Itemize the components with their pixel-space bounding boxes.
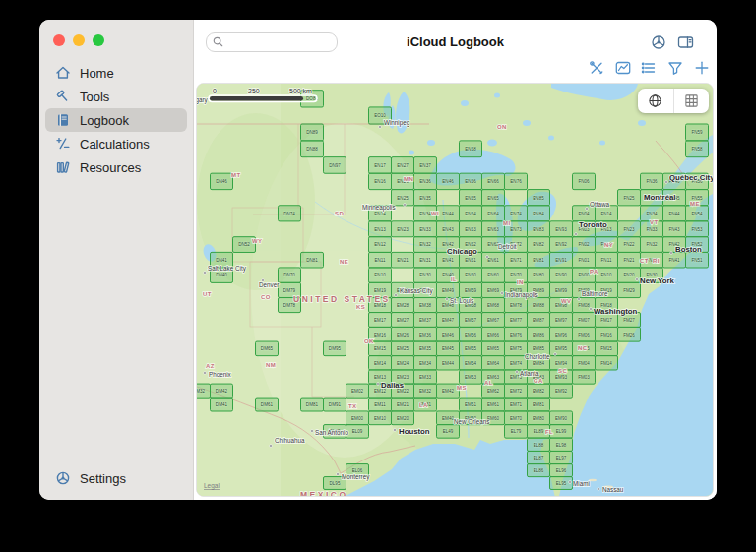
grid-square[interactable]: DN70: [279, 268, 301, 282]
grid-square[interactable]: FN22: [618, 237, 641, 253]
grid-square[interactable]: EN81: [528, 252, 550, 268]
grid-square[interactable]: EN54: [460, 206, 482, 221]
grid-square[interactable]: EM57: [460, 313, 482, 328]
grid-square[interactable]: DM42: [211, 384, 233, 398]
grid-square[interactable]: EN71: [505, 252, 528, 268]
tools-icon[interactable]: [586, 57, 607, 79]
grid-square[interactable]: EM10: [369, 411, 392, 425]
grid-square[interactable]: EM28: [392, 297, 414, 312]
grid-square[interactable]: EN30: [414, 268, 437, 282]
grid-square[interactable]: FN32: [641, 237, 663, 253]
grid-square[interactable]: EN50: [460, 268, 482, 282]
grid-square[interactable]: EM87: [528, 313, 550, 328]
grid-square[interactable]: EN53: [460, 221, 482, 237]
grid-square[interactable]: EM68: [482, 297, 505, 312]
sidebar-item-home[interactable]: Home: [45, 61, 187, 85]
grid-square[interactable]: EN70: [505, 268, 528, 282]
grid-square[interactable]: DM91: [324, 398, 346, 411]
grid-square[interactable]: EN74: [505, 206, 528, 221]
grid-square[interactable]: EM02: [346, 384, 369, 398]
grid-square[interactable]: EN84: [528, 206, 550, 221]
grid-square[interactable]: EM90: [550, 411, 573, 425]
grid-square[interactable]: FM16: [596, 327, 618, 341]
grid-square[interactable]: EN16: [369, 173, 392, 189]
grid-square[interactable]: FM04: [573, 356, 596, 370]
grid-square[interactable]: EN80: [528, 268, 550, 282]
grid-square[interactable]: EN82: [528, 237, 550, 253]
grid-square[interactable]: EM00: [346, 411, 369, 425]
grid-square[interactable]: EM56: [460, 327, 482, 341]
grid-square[interactable]: EM26: [392, 327, 414, 341]
minimize-button[interactable]: [73, 34, 85, 46]
grid-square[interactable]: DN88: [301, 141, 324, 157]
grid-square[interactable]: EM33: [414, 370, 437, 384]
grid-square[interactable]: EN23: [392, 221, 414, 237]
grid-square[interactable]: DM41: [211, 398, 233, 411]
grid-square[interactable]: DM81: [301, 398, 324, 411]
grid-square[interactable]: FM26: [618, 327, 641, 341]
grid-square[interactable]: EM64: [482, 356, 505, 370]
grid-square[interactable]: EN85: [528, 190, 550, 206]
grid-square[interactable]: FN21: [618, 252, 641, 268]
grid-square[interactable]: EN93: [550, 221, 573, 237]
grid-square[interactable]: EM11: [369, 398, 392, 411]
grid-square[interactable]: EM25: [392, 341, 414, 356]
globe-button[interactable]: [638, 89, 673, 113]
grid-square[interactable]: DM95: [324, 341, 346, 356]
grid-square[interactable]: EN10: [369, 268, 392, 282]
grid-square[interactable]: EN44: [437, 206, 460, 221]
grid-square[interactable]: EM20: [392, 411, 414, 425]
grid-square[interactable]: EL97: [550, 451, 573, 463]
grid-square[interactable]: FN02: [573, 237, 596, 253]
grid-square[interactable]: EN46: [437, 173, 460, 189]
grid-square[interactable]: EM86: [528, 327, 550, 341]
grid-square[interactable]: EL87: [528, 451, 550, 463]
grid-square[interactable]: EM78: [505, 297, 528, 312]
grid-square[interactable]: FM14: [596, 356, 618, 370]
grid-square[interactable]: FN51: [686, 252, 709, 268]
grid-square[interactable]: DN81: [301, 252, 324, 268]
grid-square[interactable]: EM95: [550, 341, 573, 356]
grid-square[interactable]: EM53: [460, 370, 482, 384]
grid-square[interactable]: FN01: [573, 252, 596, 268]
sidebar-item-tools[interactable]: Tools: [45, 85, 187, 108]
grid-square[interactable]: EM37: [414, 313, 437, 328]
sidebar-item-settings[interactable]: Settings: [45, 466, 187, 490]
grid-square[interactable]: FN58: [686, 141, 709, 157]
grid-square[interactable]: EN33: [414, 221, 437, 237]
grid-square[interactable]: EN60: [482, 268, 505, 282]
grid-square[interactable]: EN65: [482, 190, 505, 206]
grid-square[interactable]: FN44: [663, 206, 686, 221]
grid-square[interactable]: EN17: [369, 157, 392, 174]
grid-square[interactable]: EM27: [392, 313, 414, 328]
grid-square[interactable]: EM38: [414, 297, 437, 312]
grid-square[interactable]: EN13: [369, 221, 392, 237]
grid-square[interactable]: EM88: [528, 297, 550, 312]
grid-square[interactable]: FN43: [663, 221, 686, 237]
grid-square[interactable]: EM77: [505, 313, 528, 328]
grid-square[interactable]: EN61: [482, 252, 505, 268]
grid-square[interactable]: FM07: [573, 313, 596, 328]
filter-icon[interactable]: [664, 57, 686, 79]
grid-map[interactable]: DO81EO10DN89FN59DN88EN58FN58DN97EN17EN27…: [196, 83, 714, 497]
close-button[interactable]: [53, 34, 65, 46]
grid-square[interactable]: EM45: [437, 341, 460, 356]
grid-square[interactable]: EN11: [369, 252, 392, 268]
grid-square[interactable]: FN41: [663, 252, 686, 268]
grid-square[interactable]: DM32: [197, 384, 211, 398]
grid-square[interactable]: EM96: [550, 327, 573, 341]
grid-square[interactable]: EM71: [505, 398, 528, 411]
grid-square[interactable]: EN58: [460, 141, 482, 157]
grid-square[interactable]: EM54: [460, 356, 482, 370]
sidebar-toggle-icon[interactable]: [674, 31, 696, 53]
grid-square[interactable]: EN55: [460, 190, 482, 206]
grid-square[interactable]: FM15: [596, 341, 618, 356]
grid-square[interactable]: EN36: [414, 173, 437, 189]
grid-square[interactable]: EN27: [392, 157, 414, 174]
grid-square[interactable]: FN59: [686, 124, 709, 141]
grid-square[interactable]: DN74: [279, 206, 301, 221]
grid-square[interactable]: FM03: [573, 370, 596, 384]
grid-square[interactable]: EM80: [528, 411, 550, 425]
grid-square[interactable]: EM59: [460, 282, 482, 297]
grid-square[interactable]: FM06: [573, 327, 596, 341]
